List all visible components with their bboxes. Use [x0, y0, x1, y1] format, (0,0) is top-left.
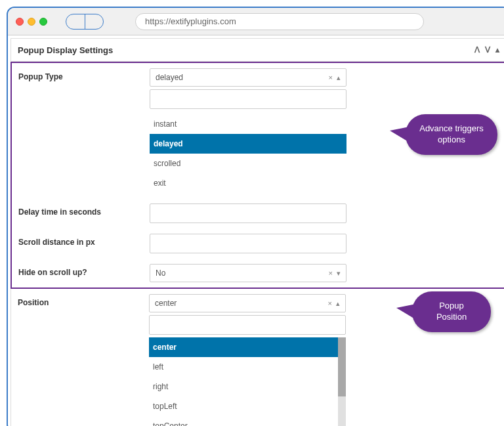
position-search[interactable]: [149, 315, 346, 335]
browser-window: https://extifyplugins.com Popup Display …: [7, 7, 504, 426]
chevron-up-icon[interactable]: ▴: [337, 74, 341, 82]
popup-type-value: delayed: [156, 73, 183, 82]
callout-triggers: Advance triggers options: [406, 114, 497, 155]
popup-type-label: Popup Type: [18, 68, 150, 81]
header-controls: ᐱ ᐯ ▴: [474, 45, 499, 54]
dropdown-option-right[interactable]: right: [149, 377, 338, 396]
dropdown-option-exit[interactable]: exit: [150, 173, 346, 193]
section-title: Popup Display Settings: [18, 45, 113, 55]
url-text: https://extifyplugins.com: [145, 16, 236, 26]
dropdown-option-topleft[interactable]: topLeft: [149, 396, 338, 416]
scrollbar[interactable]: [338, 337, 346, 396]
chevron-up-icon[interactable]: ᐱ: [474, 45, 480, 54]
callout-tail-icon: [390, 127, 410, 142]
callout-triggers-text: Advance triggers options: [419, 123, 484, 144]
dropdown-option-instant[interactable]: instant: [150, 114, 346, 134]
hide-scroll-value: No: [156, 268, 165, 278]
hide-scroll-label: Hide on scroll up?: [18, 264, 150, 277]
delay-time-input[interactable]: [150, 203, 346, 223]
nav-buttons: [66, 14, 104, 30]
clear-icon[interactable]: ×: [329, 74, 333, 82]
scroll-distance-row: Scroll distance in px: [12, 228, 504, 259]
dropdown-option-left[interactable]: left: [149, 357, 338, 377]
section-header: Popup Display Settings ᐱ ᐯ ▴: [10, 38, 504, 62]
hide-scroll-row: Hide on scroll up? No × ▾: [12, 259, 504, 288]
chevron-down-icon[interactable]: ▾: [337, 269, 341, 278]
dropdown-option-topcenter[interactable]: topCenter: [149, 416, 338, 426]
position-label: Position: [18, 294, 149, 307]
position-select[interactable]: center × ▴: [149, 294, 346, 312]
traffic-lights: [16, 18, 47, 26]
forward-button[interactable]: [85, 14, 104, 29]
scroll-distance-label: Scroll distance in px: [18, 234, 150, 247]
content-area: Popup Display Settings ᐱ ᐯ ▴ Popup Type …: [8, 35, 504, 426]
callout-position: Popup Position: [412, 291, 491, 332]
chevron-down-icon[interactable]: ᐯ: [485, 45, 490, 54]
dropdown-option-scrolled[interactable]: scrolled: [150, 154, 346, 173]
back-button[interactable]: [66, 14, 85, 29]
close-icon[interactable]: [16, 18, 24, 26]
minimize-icon[interactable]: [28, 18, 35, 26]
position-dropdown: center left right topLeft topCenter topR…: [149, 337, 346, 426]
highlighted-settings: Popup Type delayed × ▴ instant delayed s…: [10, 62, 504, 289]
position-value: center: [155, 299, 177, 308]
clear-icon[interactable]: ×: [328, 299, 332, 308]
callout-position-text: Popup Position: [436, 301, 467, 322]
browser-chrome: https://extifyplugins.com: [8, 8, 504, 35]
clear-icon[interactable]: ×: [329, 269, 333, 278]
delay-time-row: Delay time in seconds: [12, 198, 504, 228]
maximize-icon[interactable]: [39, 18, 47, 26]
popup-type-search[interactable]: [150, 89, 346, 109]
callout-tail-icon: [396, 304, 416, 320]
hide-scroll-select[interactable]: No × ▾: [150, 264, 346, 282]
url-bar[interactable]: https://extifyplugins.com: [135, 13, 424, 30]
collapse-icon[interactable]: ▴: [495, 45, 499, 54]
delay-time-label: Delay time in seconds: [18, 203, 150, 217]
chevron-up-icon[interactable]: ▴: [336, 299, 340, 308]
scroll-distance-input[interactable]: [150, 234, 346, 253]
dropdown-option-delayed[interactable]: delayed: [150, 134, 346, 154]
popup-type-dropdown: instant delayed scrolled exit: [150, 114, 346, 193]
dropdown-option-center[interactable]: center: [149, 337, 338, 357]
popup-type-select[interactable]: delayed × ▴: [150, 68, 346, 87]
